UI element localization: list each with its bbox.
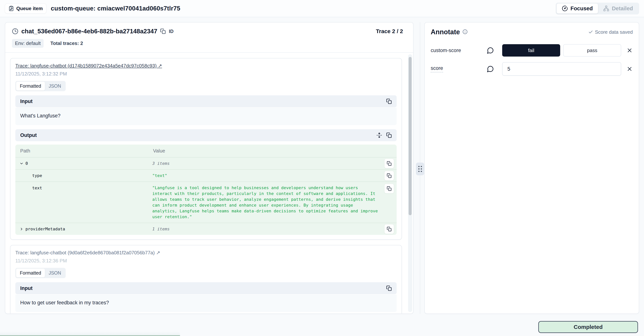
delete-score-button[interactable] [626,47,633,54]
copy-id-button[interactable] [160,29,166,34]
focused-view-button[interactable]: Focused [556,4,598,14]
info-icon[interactable] [462,29,468,35]
copy-row-button[interactable] [384,159,394,168]
trace-link-2-text: Trace: langfuse-chatbot (9d0a6f2e6de8670… [15,250,155,255]
expand-row-providerMetadata[interactable]: providerMetadata [20,227,152,231]
bottom-toast-edge [0,331,180,336]
fail-option-button[interactable]: fail [502,44,560,57]
completed-button[interactable]: Completed [538,321,638,333]
traces-panel: chat_536ed067-b86e-4eb6-882b-ba27148a234… [5,22,414,314]
env-badge: Env: default [12,39,44,48]
trace-counter: Trace 2 / 2 [376,28,406,35]
output-label-1: Output [20,132,37,138]
table-row: 0 3 items [15,158,397,170]
trace-timestamp-1: 11/12/2025, 3:12:32 PM [15,71,397,77]
row-path: providerMetadata [26,227,65,231]
row-value: "text" [152,173,380,178]
output-section-header-1: Output [15,129,397,141]
row-path-cell: type [20,173,152,178]
row-value: 3 items [152,161,380,166]
gauge-icon [562,6,568,12]
tree-view-icon [603,6,609,12]
copy-icon [387,161,392,166]
trace-link-1[interactable]: Trace: langfuse-chatbot (d174b1589072e43… [15,63,162,69]
top-bar: Queue item custom-queue: cmiacwel70041ad… [0,0,644,17]
copy-icon [387,186,392,191]
copy-icon [386,132,392,138]
comment-button[interactable] [487,47,494,54]
input-label-2: Input [20,285,32,291]
panel-resize-handle[interactable] [416,163,424,175]
check-icon [588,30,593,35]
input-section-header-2: Input [15,282,397,294]
trace-timestamp-2: 11/12/2025, 3:12:36 PM [15,258,397,264]
left-panel-scrollbar-track[interactable] [408,54,412,312]
queue-item-title: chat_536ed067-b86e-4eb6-882b-ba27148a234… [21,28,157,35]
focused-view-label: Focused [570,6,593,12]
tab-json-2[interactable]: JSON [45,269,65,277]
external-link-icon: ↗ [158,63,162,69]
save-status: Score data saved [588,29,633,35]
comment-bubble-icon [487,47,494,54]
table-row: providerMetadata 1 items [15,223,397,235]
delete-score-button[interactable] [626,66,633,72]
input-content-1: What's Langfuse? [15,108,397,125]
clipboard-pen-icon [8,6,14,11]
external-link-icon: ↗ [156,250,160,255]
path-column-header: Path [20,148,153,154]
input-section-header-1: Input [15,95,397,107]
expand-output-button-1[interactable] [376,132,382,138]
tab-formatted-1[interactable]: Formatted [16,82,45,91]
copy-row-button[interactable] [384,184,394,193]
pass-option-button[interactable]: pass [563,44,621,57]
queue-item-page: Queue item custom-queue: cmiacwel70041ad… [0,0,644,336]
unfold-vertical-icon [376,132,382,138]
custom-score-row: custom-score fail pass [431,44,633,57]
input-content-2: How to get user feedback in my traces? [15,295,397,312]
row-path: text [32,186,42,190]
copy-row-button[interactable] [384,171,394,181]
copy-input-button-1[interactable] [386,99,392,104]
chevron-right-icon [20,227,24,231]
traces-scroll-area: Trace: langfuse-chatbot (d174b1589072e43… [5,53,407,313]
tab-formatted-2[interactable]: Formatted [16,269,45,277]
comment-bubble-icon [487,65,494,73]
score-value-input[interactable] [502,62,621,76]
total-traces-label: Total traces: 2 [50,41,83,46]
row-value: "Langfuse is a tool designed to help bus… [152,185,380,220]
copy-input-button-2[interactable] [386,285,392,291]
format-tabs-1: Formatted JSON [15,81,66,91]
clock-icon [12,28,18,35]
view-mode-toggle: Focused Detailed [556,3,639,15]
copy-icon [387,173,392,178]
trace-card-2: Trace: langfuse-chatbot (9d0a6f2e6de8670… [10,245,402,313]
custom-score-label: custom-score [431,48,487,53]
format-tabs-2: Formatted JSON [15,268,66,278]
comment-button[interactable] [487,65,494,73]
trace-card-1: Trace: langfuse-chatbot (d174b1589072e43… [10,58,402,240]
row-path: type [32,173,42,178]
tab-json-1[interactable]: JSON [45,82,65,91]
row-path-cell: text [20,185,152,190]
queue-item-badge-label: Queue item [16,6,43,12]
x-icon [626,47,633,54]
row-value: 1 items [152,226,380,232]
page-title: custom-queue: cmiacwel70041ad060s7tlr75 [51,5,180,12]
queue-item-badge: Queue item [5,4,46,14]
table-row: text "Langfuse is a tool designed to hel… [15,182,397,223]
annotate-panel: Annotate Score data saved custom-score [424,22,639,314]
row-path: 0 [26,161,28,166]
detailed-view-button[interactable]: Detailed [598,4,638,14]
copy-icon [387,227,392,231]
chevron-down-icon [20,161,24,166]
left-panel-scrollbar-thumb[interactable] [409,57,412,215]
trace-link-2[interactable]: Trace: langfuse-chatbot (9d0a6f2e6de8670… [15,250,160,256]
copy-row-button[interactable] [384,224,394,234]
table-row: type "text" [15,170,397,182]
traces-panel-header: chat_536ed067-b86e-4eb6-882b-ba27148a234… [5,23,413,53]
value-column-header: Value [153,148,392,154]
copy-icon [160,29,166,34]
copy-output-button-1[interactable] [386,132,392,138]
x-icon [626,66,633,72]
expand-row-0[interactable]: 0 [20,161,152,166]
